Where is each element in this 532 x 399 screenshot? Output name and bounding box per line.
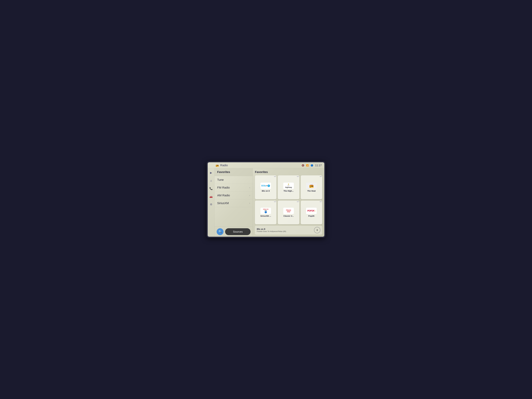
main-layout: ▶ ♫ 📞 🚗 ⚙ Favorites Tune FM Radio [208, 168, 324, 237]
no-signal-icon: 📶 [306, 164, 309, 167]
menu-item-tune[interactable]: Tune [215, 176, 253, 184]
sxm-badge: sxm [320, 201, 322, 202]
right-content: Favorites sxm 8⃣0s on 8 80s on 8 [253, 168, 324, 237]
menu-item-tune-label: Tune [217, 178, 224, 182]
left-menu: Favorites Tune FM Radio › AM Radio › Sir [215, 168, 253, 237]
header-left: 📻 Radio [215, 164, 228, 167]
favorite-card-siriusxm[interactable]: sxm SIRIUS XM Hits 1 SiriusXM ... [255, 201, 276, 224]
menu-item-am-radio-label: AM Radio [217, 194, 230, 197]
card-logo-pop2k: POP2K✦ [306, 208, 317, 214]
favorite-card-80s-on-8[interactable]: sxm 8⃣0s on 8 80s on 8 [255, 175, 276, 199]
now-playing-track: Frankie Goes To Hollywood·Relax (85) [257, 230, 286, 232]
favorite-card-the-highway[interactable]: sxm ★ the highway The High... [278, 175, 299, 199]
card-label-the-heat: The Heat [307, 190, 316, 192]
menu-item-siriusxm-label: SiriusXM [217, 202, 229, 205]
pause-icon: ⏸ [316, 229, 318, 232]
chevron-right-icon: › [249, 202, 250, 204]
sidebar-icon-navigation[interactable]: ▶ [209, 170, 214, 175]
favorite-card-the-heat[interactable]: sxm 📻 The Heat [301, 175, 322, 199]
radio-card-icon: 📻 [309, 184, 314, 188]
now-playing-bar: 80s on 8 Frankie Goes To Hollywood·Relax… [255, 226, 322, 234]
chevron-right-icon: › [249, 194, 250, 196]
menu-items: Favorites Tune FM Radio › AM Radio › Sir [215, 168, 253, 227]
sxm-badge: sxm [320, 176, 322, 177]
sidebar-icons: ▶ ♫ 📞 🚗 ⚙ [208, 168, 215, 237]
card-label-classic-vinyl: Classic V... [283, 215, 294, 217]
card-label-80s-on-8: 80s on 8 [262, 190, 270, 192]
now-playing-station: 80s on 8 [257, 228, 286, 230]
search-icon: 🔍 [218, 230, 222, 233]
card-logo-80s8: 8⃣0s on 8 [260, 183, 271, 189]
search-button[interactable]: 🔍 [217, 228, 223, 235]
now-playing-info: 80s on 8 Frankie Goes To Hollywood·Relax… [257, 228, 286, 232]
sources-button[interactable]: Sources [225, 228, 251, 235]
sxm-badge: sxm [274, 176, 276, 177]
menu-item-siriusxm[interactable]: SiriusXM › [215, 199, 253, 207]
card-label-the-highway: The High... [284, 190, 294, 192]
card-label-pop2k: Pop2K [308, 215, 315, 217]
card-label-siriusxm: SiriusXM ... [260, 215, 271, 217]
favorite-card-pop2k[interactable]: sxm POP2K✦ Pop2K [301, 201, 322, 224]
pause-button[interactable]: ⏸ [314, 227, 320, 233]
car-screen-outer: 📻 Radio 🔇 📶 🔵 11:17 ▶ ♫ 📞 🚗 ⚙ [207, 161, 325, 238]
sidebar-icon-settings[interactable]: ⚙ [209, 202, 214, 207]
sidebar-icon-car[interactable]: 🚗 [209, 194, 214, 199]
car-screen: 📻 Radio 🔇 📶 🔵 11:17 ▶ ♫ 📞 🚗 ⚙ [208, 162, 324, 237]
card-logo-highway: ★ the highway [283, 183, 294, 189]
favorite-card-classic-vinyl[interactable]: sxm Classic vinyl Classic V... [278, 201, 299, 224]
header: 📻 Radio 🔇 📶 🔵 11:17 [208, 162, 324, 168]
menu-item-fm-radio[interactable]: FM Radio › [215, 184, 253, 192]
header-right: 🔇 📶 🔵 11:17 [302, 164, 322, 167]
sxm-badge: sxm [297, 176, 299, 177]
clock-display: 11:17 [315, 164, 322, 167]
bluetooth-icon: 🔵 [310, 164, 313, 167]
bottom-bar: 🔍 Sources [215, 227, 253, 237]
sidebar-icon-phone[interactable]: 📞 [209, 186, 214, 191]
sidebar-icon-music[interactable]: ♫ [209, 178, 214, 183]
menu-item-am-radio[interactable]: AM Radio › [215, 192, 253, 199]
header-title: Radio [220, 164, 228, 167]
card-logo-siriusxm: SIRIUS XM Hits 1 [260, 208, 271, 214]
sxm-badge: sxm [297, 201, 299, 202]
card-logo-heat: 📻 [306, 183, 317, 189]
menu-item-favorites[interactable]: Favorites [215, 168, 253, 176]
menu-item-fm-radio-label: FM Radio [217, 186, 230, 189]
favorites-grid: sxm 8⃣0s on 8 80s on 8 sxm [255, 175, 322, 224]
card-logo-classic-vinyl: Classic vinyl [283, 208, 294, 214]
chevron-right-icon: › [249, 186, 250, 189]
favorites-title: Favorites [255, 170, 322, 174]
menu-item-favorites-label: Favorites [217, 170, 230, 174]
mute-icon: 🔇 [302, 164, 304, 167]
radio-icon: 📻 [215, 164, 219, 167]
sxm-badge: sxm [274, 201, 276, 202]
